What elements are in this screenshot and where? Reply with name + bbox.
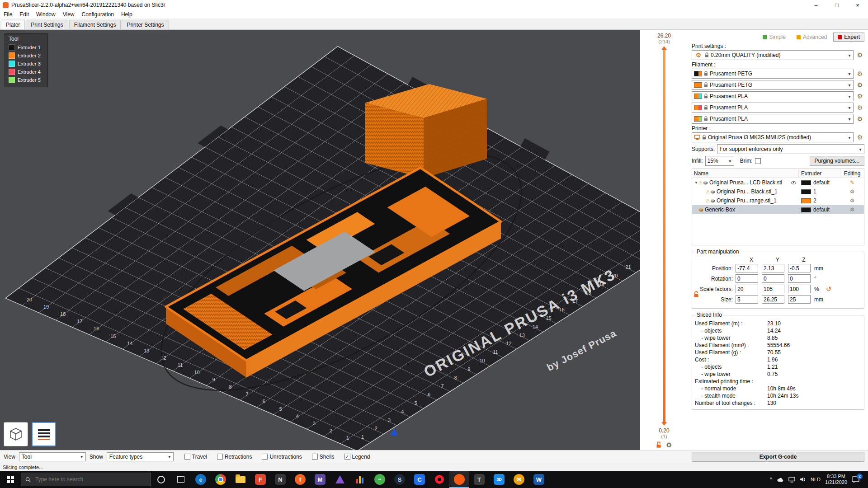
- wipe-tower[interactable]: [365, 84, 487, 178]
- menu-item-window[interactable]: Window: [33, 11, 59, 18]
- scale-x-input[interactable]: [736, 285, 758, 293]
- filament-select-1[interactable]: Prusament PETG▾: [692, 69, 854, 79]
- extruder-value[interactable]: 1: [813, 188, 816, 195]
- maximize-button[interactable]: □: [826, 0, 847, 10]
- column-name[interactable]: Name: [692, 169, 799, 178]
- taskbar-app-app-c[interactable]: C: [410, 471, 429, 488]
- close-button[interactable]: ×: [847, 0, 868, 10]
- onedrive-icon[interactable]: [777, 477, 784, 482]
- tab-printer-settings[interactable]: Printer Settings: [122, 20, 169, 29]
- scale-y-input[interactable]: [762, 285, 784, 293]
- mode-button-expert[interactable]: Expert: [833, 33, 864, 42]
- retractions-checkbox[interactable]: [217, 454, 223, 460]
- taskbar-app-opera[interactable]: [429, 471, 449, 488]
- print-settings-select[interactable]: ⚙ 0.20mm QUALITY (modified) ▾: [692, 50, 854, 60]
- tab-filament-settings[interactable]: Filament Settings: [69, 20, 121, 29]
- menu-item-edit[interactable]: Edit: [16, 11, 33, 18]
- object-settings-gear-icon[interactable]: ⚙: [850, 207, 855, 212]
- printer-select[interactable]: Original Prusa i3 MK3S MMU2S (modified) …: [692, 132, 854, 142]
- print-settings-gear-icon[interactable]: ⚙: [855, 52, 864, 58]
- filament-gear-icon-3[interactable]: ⚙: [855, 93, 864, 99]
- 3d-scene-canvas[interactable]: 1234567891011121314151617181920211234567…: [0, 30, 640, 450]
- action-center-button[interactable]: 2: [852, 476, 859, 483]
- tab-plater[interactable]: Plater: [1, 20, 25, 29]
- preview-view-button[interactable]: [32, 422, 56, 446]
- scale-z-input[interactable]: [788, 285, 811, 293]
- printer-settings-gear-icon[interactable]: ⚙: [855, 134, 864, 141]
- object-row-generic-box[interactable]: Generic-Boxdefault⚙: [692, 205, 864, 214]
- toggle-shells[interactable]: Shells: [312, 454, 335, 460]
- legend-checkbox[interactable]: ✓: [344, 454, 350, 460]
- filament-gear-icon-2[interactable]: ⚙: [855, 82, 864, 88]
- taskbar-app-file-explorer[interactable]: [231, 471, 250, 488]
- object-list-header[interactable]: Name Extruder Editing: [692, 169, 864, 178]
- taskbar-app-word[interactable]: W: [529, 471, 549, 488]
- tray-expand-icon[interactable]: ^: [769, 476, 772, 483]
- rotation-x-input[interactable]: [736, 274, 758, 283]
- unretractions-checkbox[interactable]: [262, 454, 268, 460]
- search-input[interactable]: [34, 476, 146, 483]
- taskbar-app-app-n[interactable]: N: [270, 471, 290, 488]
- slider-down-arrow-icon[interactable]: [661, 422, 667, 426]
- object-row-original-pru-black-stl-1[interactable]: ⚠Original Pru... Black.stl_11⚙: [692, 187, 864, 196]
- eye-icon[interactable]: [791, 181, 797, 185]
- extruder-value[interactable]: default: [813, 206, 830, 213]
- position-y-input[interactable]: [762, 264, 784, 272]
- taskbar-search[interactable]: [21, 473, 151, 486]
- start-button[interactable]: [0, 471, 21, 488]
- editor-view-button[interactable]: [4, 422, 28, 446]
- taskbar-app-app-tool[interactable]: T: [469, 471, 489, 488]
- scale-reset-icon[interactable]: ↺: [826, 286, 832, 292]
- mode-button-simple[interactable]: Simple: [758, 33, 790, 42]
- extruder-value[interactable]: default: [813, 179, 830, 186]
- layer-slider-track[interactable]: [661, 46, 667, 426]
- brim-checkbox[interactable]: [755, 158, 761, 164]
- rotation-z-input[interactable]: [788, 274, 811, 283]
- edit-pencil-icon[interactable]: ✎: [850, 180, 854, 185]
- taskbar-app-steam[interactable]: S: [390, 471, 410, 488]
- toggle-unretractions[interactable]: Unretractions: [262, 454, 302, 460]
- object-settings-gear-icon[interactable]: ⚙: [850, 198, 855, 203]
- column-extruder[interactable]: Extruder: [799, 169, 840, 178]
- position-x-input[interactable]: [736, 264, 758, 272]
- supports-select[interactable]: For support enforcers only ▾: [717, 144, 864, 154]
- menu-item-help[interactable]: Help: [118, 11, 136, 18]
- 3d-viewport[interactable]: 1234567891011121314151617181920211234567…: [0, 30, 640, 450]
- shells-checkbox[interactable]: [312, 454, 318, 460]
- column-editing[interactable]: Editing: [840, 169, 864, 178]
- menu-item-view[interactable]: View: [59, 11, 78, 18]
- show-select[interactable]: Feature types ▾: [107, 452, 174, 461]
- position-z-input[interactable]: [788, 264, 811, 272]
- filament-select-3[interactable]: Prusament PLA▾: [692, 91, 854, 101]
- network-icon[interactable]: [788, 477, 795, 483]
- expander-icon[interactable]: ▼: [694, 181, 698, 185]
- filament-gear-icon-1[interactable]: ⚙: [855, 70, 864, 77]
- filament-select-5[interactable]: Prusament PLA▾: [692, 114, 854, 124]
- taskbar-app-firefox[interactable]: f: [290, 471, 310, 488]
- object-row-original-pru-range-stl-1[interactable]: ⚠Original Pru...range.stl_12⚙: [692, 196, 864, 205]
- toggle-travel[interactable]: Travel: [184, 454, 207, 460]
- size-z-input[interactable]: [788, 295, 811, 304]
- slider-settings-gear-icon[interactable]: ⚙: [666, 441, 672, 448]
- filament-gear-icon-4[interactable]: ⚙: [855, 104, 864, 111]
- mode-button-advanced[interactable]: Advanced: [792, 33, 831, 42]
- taskbar-app-app-play[interactable]: [330, 471, 350, 488]
- taskbar-app-app-stats[interactable]: [350, 471, 370, 488]
- taskbar-app-chrome[interactable]: [211, 471, 231, 488]
- menu-item-configuration[interactable]: Configuration: [78, 11, 118, 18]
- rotation-y-input[interactable]: [762, 274, 784, 283]
- uniform-scale-lock-icon[interactable]: [693, 291, 699, 298]
- slider-track[interactable]: [663, 50, 665, 422]
- object-row-original-prusa-lcd-black-stl[interactable]: ▼⚠Original Prusa... LCD Black.stldefault…: [692, 178, 864, 187]
- infill-select[interactable]: 15% ▾: [705, 156, 734, 166]
- taskbar-app-prusaslicer[interactable]: [449, 471, 469, 488]
- size-x-input[interactable]: [736, 295, 758, 304]
- filament-select-4[interactable]: Prusament PLA▾: [692, 103, 854, 113]
- tab-print-settings[interactable]: Print Settings: [26, 20, 68, 29]
- taskbar-app-app-m[interactable]: M: [310, 471, 330, 488]
- view-select[interactable]: Tool ▾: [19, 452, 86, 461]
- layer-range-lock-icon[interactable]: [656, 441, 661, 448]
- toggle-retractions[interactable]: Retractions: [217, 454, 252, 460]
- taskbar-app-printer-3d[interactable]: 3D: [489, 471, 509, 488]
- extruder-value[interactable]: 2: [813, 197, 816, 204]
